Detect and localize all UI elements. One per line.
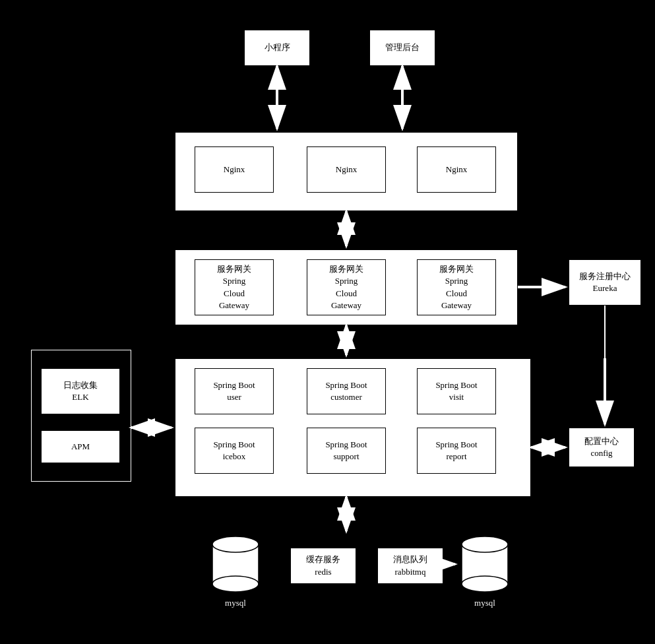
mini-program-box: 小程序 xyxy=(244,30,310,66)
svg-point-2 xyxy=(212,576,259,592)
sb-user-box: Spring Boot user xyxy=(195,368,274,414)
nginx2-label: Nginx xyxy=(336,164,358,176)
nginx2-box: Nginx xyxy=(307,146,386,193)
mysql1-cylinder: mysql xyxy=(209,534,262,608)
config-label: 配置中心 config xyxy=(584,435,619,459)
svg-point-6 xyxy=(462,576,508,592)
svg-point-7 xyxy=(462,536,508,552)
sb-support-label: Spring Boot support xyxy=(325,439,367,463)
rabbitmq-box: 消息队列 rabbitmq xyxy=(377,548,443,584)
gateway1-label: 服务网关 Spring Cloud Gateway xyxy=(217,263,251,311)
mysql2-label: mysql xyxy=(458,598,511,608)
nginx3-label: Nginx xyxy=(446,164,468,176)
gateway3-label: 服务网关 Spring Cloud Gateway xyxy=(439,263,474,311)
sb-icebox-label: Spring Boot icebox xyxy=(213,439,255,463)
sb-visit-box: Spring Boot visit xyxy=(417,368,496,414)
sb-report-label: Spring Boot report xyxy=(435,439,477,463)
gateway2-label: 服务网关 Spring Cloud Gateway xyxy=(329,263,363,311)
nginx3-box: Nginx xyxy=(417,146,496,193)
sb-visit-label: Spring Boot visit xyxy=(435,379,477,403)
sb-customer-box: Spring Boot customer xyxy=(307,368,386,414)
eureka-box: 服务注册中心 Eureka xyxy=(569,259,641,306)
svg-point-3 xyxy=(212,536,259,552)
redis-label: 缓存服务 redis xyxy=(306,554,340,577)
nginx1-box: Nginx xyxy=(195,146,274,193)
gateway2-box: 服务网关 Spring Cloud Gateway xyxy=(307,259,386,315)
mysql2-cylinder: mysql xyxy=(458,534,511,608)
sb-icebox-box: Spring Boot icebox xyxy=(195,428,274,474)
admin-backend-label: 管理后台 xyxy=(385,42,420,53)
eureka-label: 服务注册中心 Eureka xyxy=(579,271,631,294)
redis-box: 缓存服务 redis xyxy=(290,548,356,584)
diagram: 小程序 管理后台 Nginx Nginx Nginx 服务网关 Spring C… xyxy=(0,0,655,644)
sb-support-box: Spring Boot support xyxy=(307,428,386,474)
gateway3-box: 服务网关 Spring Cloud Gateway xyxy=(417,259,496,315)
monitoring-panel xyxy=(31,350,131,482)
mini-program-label: 小程序 xyxy=(265,42,290,53)
rabbitmq-label: 消息队列 rabbitmq xyxy=(393,554,427,577)
gateway1-box: 服务网关 Spring Cloud Gateway xyxy=(195,259,274,315)
mysql1-label: mysql xyxy=(209,598,262,608)
config-box: 配置中心 config xyxy=(569,428,635,467)
admin-backend-box: 管理后台 xyxy=(369,30,435,66)
sb-user-label: Spring Boot user xyxy=(213,379,255,403)
nginx1-label: Nginx xyxy=(224,164,245,176)
sb-report-box: Spring Boot report xyxy=(417,428,496,474)
sb-customer-label: Spring Boot customer xyxy=(325,379,367,403)
